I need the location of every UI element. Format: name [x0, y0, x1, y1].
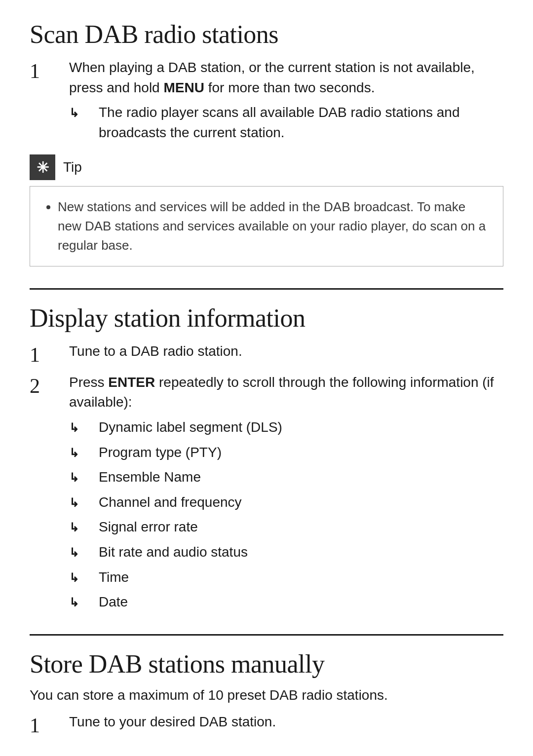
store-section: Store DAB stations manually You can stor…: [30, 649, 503, 738]
scan-step-1-arrow-text: The radio player scans all available DAB…: [99, 103, 503, 143]
store-title: Store DAB stations manually: [30, 649, 503, 679]
display-arrow-list: ↳Dynamic label segment (DLS)↳Program typ…: [69, 417, 503, 612]
display-step-1: 1 Tune to a DAB radio station.: [30, 341, 503, 367]
display-arrow-text-7: Time: [99, 567, 503, 588]
divider-2: [30, 634, 503, 636]
display-arrow-item-8: ↳Date: [69, 592, 503, 612]
display-step-2-number: 2: [30, 373, 69, 398]
tip-list: New stations and services will be added …: [43, 197, 490, 255]
display-arrow-item-5: ↳Signal error rate: [69, 517, 503, 537]
store-step-1-text: Tune to your desired DAB station.: [69, 714, 276, 729]
display-arrow-text-8: Date: [99, 592, 503, 612]
display-step-1-content: Tune to a DAB radio station.: [69, 341, 503, 362]
arrow-icon-7: ↳: [69, 542, 99, 562]
display-arrow-text-6: Bit rate and audio status: [99, 542, 503, 563]
display-arrow-item-3: ↳Ensemble Name: [69, 467, 503, 488]
display-arrow-item-4: ↳Channel and frequency: [69, 492, 503, 513]
arrow-icon-5: ↳: [69, 492, 99, 512]
scan-title: Scan DAB radio stations: [30, 20, 503, 49]
display-arrow-item-7: ↳Time: [69, 567, 503, 588]
tip-bullet-1: New stations and services will be added …: [58, 197, 490, 255]
store-step-1-number: 1: [30, 712, 69, 738]
display-title: Display station information: [30, 303, 503, 333]
display-arrow-text-5: Signal error rate: [99, 517, 503, 537]
display-arrow-item-2: ↳Program type (PTY): [69, 443, 503, 463]
arrow-icon-4: ↳: [69, 467, 99, 487]
display-step-2-keyword: ENTER: [108, 375, 155, 390]
scan-step-1: 1 When playing a DAB station, or the cur…: [30, 58, 503, 143]
display-step-2-content: Press ENTER repeatedly to scroll through…: [69, 373, 503, 612]
display-section: Display station information 1 Tune to a …: [30, 303, 503, 612]
scan-step-1-number: 1: [30, 58, 69, 83]
tip-container: ✳ Tip New stations and services will be …: [30, 154, 503, 266]
display-arrow-text-3: Ensemble Name: [99, 467, 503, 488]
display-step-1-text: Tune to a DAB radio station.: [69, 343, 242, 359]
store-step-1: 1 Tune to your desired DAB station.: [30, 712, 503, 738]
tip-header: ✳ Tip: [30, 154, 503, 180]
store-step-1-content: Tune to your desired DAB station.: [69, 712, 503, 732]
scan-step-1-text-after: for more than two seconds.: [204, 80, 375, 95]
tip-icon: ✳: [30, 154, 55, 180]
scan-section: Scan DAB radio stations 1 When playing a…: [30, 20, 503, 266]
display-arrow-text-1: Dynamic label segment (DLS): [99, 417, 503, 438]
scan-step-1-keyword: MENU: [163, 80, 204, 95]
tip-box: New stations and services will be added …: [30, 186, 503, 266]
arrow-icon-6: ↳: [69, 517, 99, 536]
arrow-icon-1: ↳: [69, 103, 99, 122]
display-step-2: 2 Press ENTER repeatedly to scroll throu…: [30, 373, 503, 612]
display-step-2-text-before: Press: [69, 375, 108, 390]
divider-1: [30, 288, 503, 290]
arrow-icon-2: ↳: [69, 417, 99, 437]
display-arrow-text-4: Channel and frequency: [99, 492, 503, 513]
scan-step-1-arrow: ↳ The radio player scans all available D…: [69, 103, 503, 143]
display-arrow-item-6: ↳Bit rate and audio status: [69, 542, 503, 563]
display-step-1-number: 1: [30, 341, 69, 367]
arrow-icon-8: ↳: [69, 567, 99, 587]
arrow-icon-9: ↳: [69, 592, 99, 611]
display-arrow-item-1: ↳Dynamic label segment (DLS): [69, 417, 503, 438]
arrow-icon-3: ↳: [69, 443, 99, 462]
tip-label: Tip: [63, 159, 82, 175]
display-arrow-text-2: Program type (PTY): [99, 443, 503, 463]
store-intro: You can store a maximum of 10 preset DAB…: [30, 687, 503, 703]
scan-step-1-content: When playing a DAB station, or the curre…: [69, 58, 503, 143]
